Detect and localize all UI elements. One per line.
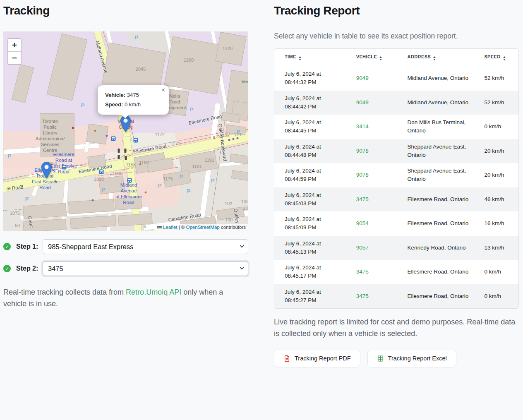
- map[interactable]: Midland AvenueEllesmere RoadEllesmere Ro…: [3, 31, 248, 231]
- table-row[interactable]: July 6, 2024 at08:45:27 PM3475Ellesmere …: [274, 284, 518, 309]
- table-row[interactable]: July 6, 2024 at08:44:42 PM9049Midland Av…: [274, 91, 518, 115]
- table-row[interactable]: July 6, 2024 at08:44:32 PM9049Midland Av…: [274, 66, 518, 91]
- parking-icon: P: [102, 187, 106, 193]
- poi-dot: [94, 130, 96, 132]
- poi-dot: [72, 127, 74, 129]
- sort-icon[interactable]: [379, 56, 382, 60]
- parking-icon: P: [180, 173, 183, 180]
- step-controls: ✓ Step 1: 985-Sheppard East Express ✓ St…: [3, 239, 248, 276]
- vehicle-cell: 3414: [356, 115, 408, 139]
- map-arrow: →: [132, 146, 138, 153]
- time-cell: July 6, 2024 at08:44:59 PM: [274, 163, 356, 187]
- poi-dot: [233, 138, 235, 140]
- map-house-number: 1200: [184, 58, 194, 63]
- parking-icon: P: [8, 153, 12, 159]
- vehicle-cell: 9049: [356, 66, 408, 91]
- speed-cell: 0 km/h: [484, 284, 518, 309]
- speed-cell: 20 km/h: [484, 163, 518, 187]
- map-road-label: Ellesmere Road: [188, 113, 223, 126]
- traffic-signal-icon: [118, 149, 120, 153]
- vehicle-link[interactable]: 9049: [356, 99, 369, 106]
- api-link[interactable]: Retro.Umoiq API: [126, 288, 181, 296]
- tracking-report-excel-button[interactable]: Tracking Report Excel: [367, 350, 456, 367]
- vehicle-link[interactable]: 9049: [356, 75, 369, 81]
- map-arrow: ←: [121, 137, 126, 144]
- vehicle-link[interactable]: 9057: [356, 245, 369, 251]
- column-header-address[interactable]: ADDRESS: [408, 49, 485, 66]
- vehicle-cell: 9054: [356, 211, 408, 236]
- zoom-in-button[interactable]: +: [8, 39, 21, 51]
- route-select[interactable]: 985-Sheppard East Express: [43, 239, 248, 254]
- map-road-label: Midland Avenue: [94, 40, 109, 74]
- map-transit-label: Ellesmere Road at East Service Road: [50, 151, 77, 175]
- speed-cell: 52 km/h: [484, 91, 518, 115]
- table-row[interactable]: July 6, 2024 at08:44:48 PM9078Sheppard A…: [274, 139, 518, 163]
- step-2-label: Step 2:: [16, 265, 43, 272]
- vehicle-link[interactable]: 9078: [356, 148, 369, 154]
- sort-icon[interactable]: [299, 56, 301, 60]
- map-house-number: 2045: [136, 67, 146, 72]
- vehicle-link[interactable]: 3475: [356, 293, 369, 299]
- table-row[interactable]: July 6, 2024 at08:45:17 PM3475Ellesmere …: [274, 260, 518, 284]
- time-cell: July 6, 2024 at08:44:48 PM: [274, 139, 356, 163]
- time-cell: July 6, 2024 at08:45:17 PM: [274, 260, 356, 284]
- address-cell: Ellesmere Road, Ontario: [408, 260, 485, 284]
- vehicle-link[interactable]: 9054: [356, 220, 369, 226]
- vehicle-select[interactable]: 3475: [43, 261, 248, 276]
- vehicle-link[interactable]: 9078: [356, 172, 369, 178]
- map-house-number: 1900: [113, 171, 122, 176]
- step-2-row: ✓ Step 2: 3475: [3, 261, 248, 276]
- vehicle-link[interactable]: 3475: [356, 196, 369, 202]
- address-cell: Midland Avenue, Ontario: [408, 66, 485, 91]
- speed-cell: 16 km/h: [484, 211, 518, 236]
- column-header-vehicle[interactable]: VEHICLE: [356, 49, 408, 66]
- check-icon: ✓: [3, 265, 11, 272]
- vehicle-marker[interactable]: [120, 115, 131, 132]
- table-row[interactable]: July 6, 2024 at08:45:09 PM9054Ellesmere …: [274, 211, 518, 236]
- table-row[interactable]: July 6, 2024 at08:45:03 PM3475Ellesmere …: [274, 187, 518, 212]
- time-cell: July 6, 2024 at08:44:45 PM: [274, 115, 356, 139]
- bus-icon: [134, 138, 138, 143]
- map-road-label: Great: [27, 216, 35, 228]
- vehicle-link[interactable]: 3475: [356, 269, 369, 275]
- map-road-label: Oakley Boulevard: [217, 123, 228, 161]
- table-row[interactable]: July 6, 2024 at08:44:59 PM9078Sheppard A…: [274, 163, 518, 187]
- openstreetmap-link[interactable]: OpenStreetMap: [186, 225, 220, 230]
- export-buttons: Tracking Report PDF Tracking Report Exce…: [274, 350, 519, 367]
- vehicle-marker[interactable]: [41, 162, 52, 179]
- table-row[interactable]: July 6, 2024 at08:45:13 PM9057Kennedy Ro…: [274, 236, 518, 260]
- vehicle-link[interactable]: 3414: [356, 123, 369, 130]
- table-row[interactable]: July 6, 2024 at08:44:45 PM3414Don Mills …: [274, 115, 518, 139]
- poi-dot: [228, 139, 230, 141]
- map-house-number: 107: [243, 206, 248, 211]
- check-icon: ✓: [3, 243, 11, 250]
- zoom-out-button[interactable]: −: [8, 51, 21, 64]
- map-house-number: 1181: [192, 164, 202, 169]
- parking-icon: P: [25, 196, 29, 202]
- poi-dot: [106, 135, 108, 137]
- map-attribution: Leaflet | © OpenStreetMap contributors: [154, 224, 248, 231]
- column-header-time[interactable]: TIME: [274, 49, 356, 66]
- column-header-speed[interactable]: SPEED: [484, 49, 518, 66]
- excel-file-icon: [377, 355, 384, 362]
- sort-icon[interactable]: [503, 56, 506, 60]
- poi-dot: [55, 180, 57, 182]
- map-house-number: 1171: [170, 141, 180, 146]
- time-cell: July 6, 2024 at08:45:13 PM: [274, 236, 356, 260]
- parking-icon: P: [190, 106, 194, 113]
- popup-close-button[interactable]: ×: [161, 87, 165, 94]
- leaflet-link[interactable]: Leaflet: [163, 225, 178, 230]
- map-house-number: 1153: [126, 162, 136, 168]
- time-cell: July 6, 2024 at08:45:27 PM: [274, 284, 356, 309]
- map-house-number: 100: [225, 217, 233, 223]
- speed-cell: 0 km/h: [484, 115, 518, 139]
- sort-icon[interactable]: [433, 56, 436, 60]
- address-cell: Ellesmere Road, Ontario: [408, 187, 485, 212]
- tracking-report-pdf-button[interactable]: Tracking Report PDF: [274, 350, 360, 367]
- realtime-note: Real-time tracking collects data from Re…: [3, 287, 248, 310]
- vehicle-cell: 3475: [356, 187, 408, 212]
- bus-icon: [127, 178, 132, 183]
- poi-dot: [139, 163, 142, 166]
- map-popup: × Vehicle: 3475 Speed: 0 km/h: [98, 85, 169, 115]
- map-house-number: 1220: [223, 46, 233, 51]
